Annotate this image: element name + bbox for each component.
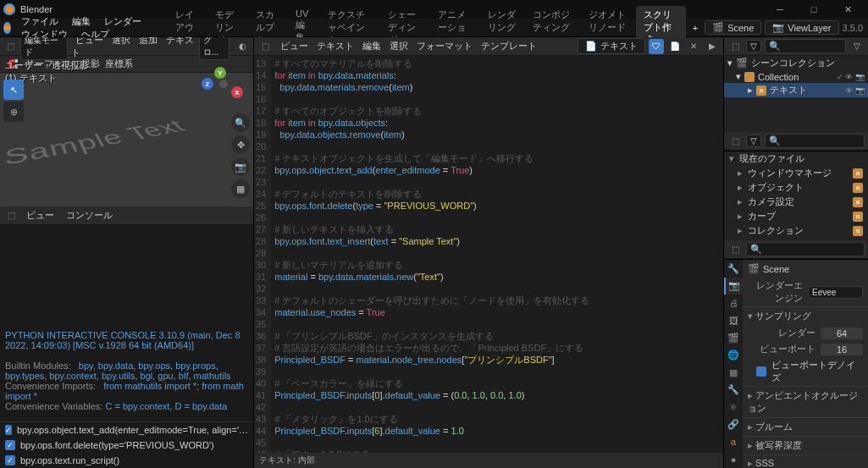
outliner-header: ⬚ ▽ 🔍 ▽ (724, 37, 868, 56)
props-search[interactable]: 🔍 (746, 242, 865, 256)
scene-tab[interactable]: 🎬 (724, 329, 743, 347)
fb-item[interactable]: ▸オブジェクトa (724, 180, 868, 195)
nav-gizmo[interactable]: X Y Z (201, 63, 243, 105)
minimize-button[interactable]: ─ (763, 0, 797, 19)
axis-x-icon[interactable]: X (231, 86, 243, 98)
filter-icon[interactable]: ▽ (849, 39, 865, 54)
constraint-tab[interactable]: 🔗 (724, 416, 743, 434)
info-log: ✓bpy.ops.object.text_add(enter_editmode=… (0, 421, 253, 468)
perspective-icon[interactable]: ▦ (231, 179, 250, 198)
properties-panel: 🔧 📷 🖨 🖼 🎬 🌐 ▦ 🔧 ⚛ 🔗 a ● 🎬Scene レンダーエンジンE… (724, 259, 868, 468)
version-label: 3.5.0 (843, 23, 863, 33)
shield-icon[interactable]: 🛡 (649, 39, 664, 54)
tool-tab[interactable]: 🔧 (724, 260, 743, 278)
outliner-icon[interactable]: ⬚ (727, 39, 743, 54)
console-editor-icon[interactable]: ⬚ (3, 208, 19, 223)
history-item[interactable]: ✓bpy.ops.font.delete(type='PREVIOUS_WORD… (0, 438, 253, 453)
prop-section[interactable]: ▸ SSS (743, 454, 868, 468)
fb-item[interactable]: ▸カメラ設定a (724, 195, 868, 209)
camera-icon[interactable]: 📷 (231, 157, 250, 176)
mode-select[interactable]: 編集モード (20, 37, 68, 60)
fb-search[interactable]: 🔍 (765, 134, 865, 148)
material-tab[interactable]: ● (724, 451, 743, 469)
text-editor-header: ⬚ ビューテキスト編集選択フォーマットテンプレート 📄 テキスト 🛡 📄 ✕ ▶ (254, 37, 723, 56)
data-tab[interactable]: a (724, 433, 743, 451)
file-browser[interactable]: ▾現在のファイル ▸ウィンドウマネージa▸オブジェクトa▸カメラ設定a▸カーブa… (724, 151, 868, 240)
axis-z-icon[interactable]: Z (202, 78, 213, 90)
history-item[interactable]: ✓bpy.ops.text.run_script() (0, 453, 253, 468)
outliner-item[interactable]: ▸aテキスト👁 📷 (724, 83, 868, 97)
maximize-button[interactable]: □ (797, 0, 831, 19)
app-icon (3, 3, 15, 15)
fb-item[interactable]: ▸ウィンドウマネージa (724, 166, 868, 180)
modifier-tab[interactable]: 🔧 (724, 382, 743, 399)
viewlayer-tab[interactable]: 🖼 (724, 312, 743, 330)
fb-item[interactable]: ▸カーブa (724, 209, 868, 223)
3d-viewport[interactable]: ⬚ 編集モード ビュー選択追加テキスト グロ... ◐ 🧲 サーフェスに投影 座… (0, 37, 253, 206)
toolbar-left: ↖ ⊕ (3, 80, 24, 122)
physics-tab[interactable]: ⚛ (724, 399, 743, 416)
unlink-icon[interactable]: ✕ (686, 39, 701, 54)
text-doc-field[interactable]: 📄 テキスト (578, 38, 645, 54)
history-item[interactable]: ✓bpy.ops.object.text_add(enter_editmode=… (0, 422, 253, 438)
prop-section[interactable]: ▸ ブルーム (743, 417, 868, 436)
object-tab[interactable]: ▦ (724, 364, 743, 382)
property-tabs: 🔧 📷 🖨 🖼 🎬 🌐 ▦ 🔧 ⚛ 🔗 a ● (724, 260, 743, 468)
global-select[interactable]: グロ... (199, 37, 229, 60)
viewport-header: ⬚ 編集モード ビュー選択追加テキスト グロ... ◐ (0, 37, 253, 56)
props-header: ⬚ 🔍 (724, 240, 868, 259)
select-tool[interactable]: ↖ (3, 80, 24, 100)
code-area[interactable]: # すべてのマテリアルを削除するfor item in bpy.data.mat… (271, 56, 723, 453)
scene-field[interactable]: 🎬 Scene (705, 20, 761, 35)
zoom-icon[interactable]: 🔍 (231, 113, 250, 132)
cursor-tool[interactable]: ⊕ (3, 102, 24, 122)
top-menu-bar: ファイル編集レンダーウィンドウヘルプ レイアウトモデリングスカルプトUV編集テク… (0, 19, 868, 37)
output-tab[interactable]: 🖨 (724, 295, 743, 312)
move-icon[interactable]: ✥ (231, 135, 250, 154)
world-tab[interactable]: 🌐 (724, 347, 743, 365)
text-editor[interactable]: 1314151617181920212223242526272829303132… (254, 56, 723, 453)
outliner-search[interactable]: 🔍 (765, 39, 846, 53)
run-script-button[interactable]: ▶ (705, 39, 720, 54)
prop-section[interactable]: ▸ アンビエントオクルージョン (743, 386, 868, 417)
menu-logo (3, 22, 11, 34)
render-tab[interactable]: 📷 (724, 278, 743, 295)
editor-type-icon[interactable]: ⬚ (3, 39, 17, 54)
filebrowser-header: ⬚ ▽ 🔍 (724, 132, 868, 151)
console-header: ⬚ ビュー コンソール (0, 206, 253, 225)
new-icon[interactable]: 📄 (667, 39, 683, 54)
text-status: テキスト: 内部 (254, 453, 723, 468)
axis-y-icon[interactable]: Y (214, 67, 226, 79)
python-console[interactable]: PYTHON INTERACTIVE CONSOLE 3.10.9 (main,… (0, 225, 253, 468)
prop-section[interactable]: ▸ 被写界深度 (743, 436, 868, 454)
fb-item[interactable]: ▸コレクションa (724, 223, 868, 238)
add-workspace[interactable]: + (686, 20, 705, 36)
viewlayer-field[interactable]: 📷 ViewLayer (765, 20, 838, 35)
line-gutter: 1314151617181920212223242526272829303132… (254, 56, 271, 453)
close-button[interactable]: ✕ (831, 0, 865, 19)
shading-icon[interactable]: ◐ (236, 39, 250, 54)
text-object[interactable]: Sample Text (3, 117, 191, 171)
text-editor-icon[interactable]: ⬚ (257, 39, 273, 54)
denoise-checkbox[interactable] (756, 366, 766, 377)
outliner[interactable]: ▾🎬シーンコレクション ▾Collection✓ 👁 📷 ▸aテキスト👁 📷 (724, 56, 868, 132)
